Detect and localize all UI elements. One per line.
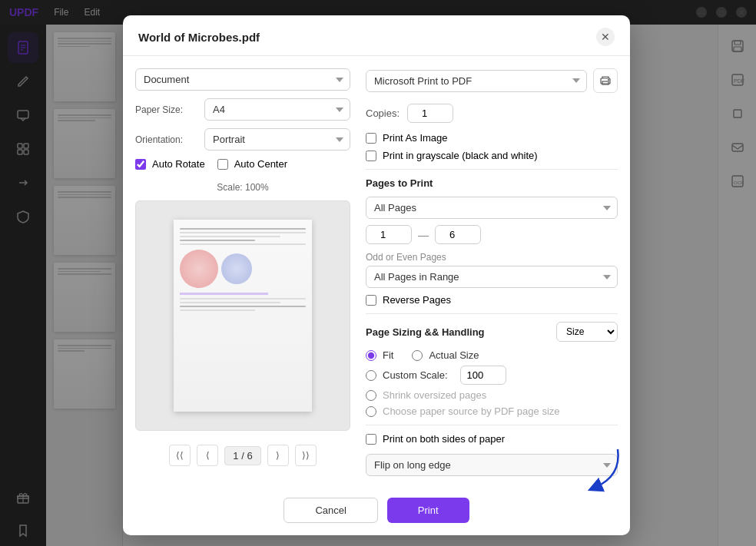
fit-radio[interactable] (366, 350, 376, 361)
page-range-dash: — (418, 229, 429, 241)
size-dropdown[interactable]: Size (556, 322, 618, 342)
custom-scale-label: Custom Scale: (383, 369, 448, 381)
actual-size-radio[interactable] (412, 350, 423, 361)
page-to-input[interactable] (435, 225, 481, 244)
auto-center-label: Auto Center (234, 158, 287, 170)
orientation-row: Orientation: Portrait (135, 128, 350, 151)
print-grayscale-label: Print in grayscale (black and white) (383, 150, 538, 161)
custom-scale-input[interactable] (460, 366, 506, 385)
divider-3 (366, 425, 618, 425)
copies-label: Copies: (366, 108, 400, 119)
orientation-label: Orientation: (135, 134, 197, 145)
auto-center-checkbox[interactable] (217, 159, 228, 170)
right-column: Microsoft Print to PDF Copies: Print As … (366, 68, 618, 476)
shrink-oversized-row: Shrink oversized pages (366, 389, 618, 401)
paper-size-label: Paper Size: (135, 104, 197, 115)
page-sizing-title: Page Sizing && Handling (366, 326, 485, 338)
print-both-sides-row: Print on both sides of paper (366, 433, 618, 445)
dialog-body: Document Paper Size: A4 Orientation: (123, 56, 630, 488)
preview-line-2 (180, 232, 306, 233)
document-type-select[interactable]: Document (135, 68, 350, 91)
page-navigation: ⟨⟨ ⟨ 1 / 6 ⟩ ⟩⟩ (135, 438, 350, 472)
left-column: Document Paper Size: A4 Orientation: (135, 68, 350, 476)
preview-area (135, 200, 350, 431)
auto-center-checkbox-row: Auto Center (217, 158, 287, 170)
document-type-row: Document (135, 68, 350, 91)
reverse-pages-row: Reverse Pages (366, 294, 618, 306)
first-page-button[interactable]: ⟨⟨ (169, 445, 191, 466)
all-pages-select[interactable]: All Pages (366, 197, 618, 219)
copies-row: Copies: (366, 104, 618, 123)
paper-size-row: Paper Size: A4 (135, 98, 350, 121)
preview-line-4 (180, 240, 255, 241)
orientation-wrapper: Portrait (204, 128, 350, 151)
divider-1 (366, 169, 618, 170)
paper-size-wrapper: A4 (204, 98, 350, 121)
page-from-input[interactable] (366, 225, 412, 244)
paper-size-select[interactable]: A4 (204, 98, 350, 121)
paper-source-radio[interactable] (366, 406, 376, 417)
print-grayscale-checkbox[interactable] (366, 151, 376, 161)
prev-page-button[interactable]: ⟨ (197, 445, 218, 466)
fit-radio-group: Fit Actual Size Custom Scale: Shrink ove… (366, 349, 618, 417)
fit-radio-row: Fit Actual Size (366, 349, 618, 361)
preview-line-1 (180, 228, 306, 230)
auto-rotate-checkbox[interactable] (135, 159, 146, 170)
preview-line-3 (180, 236, 280, 237)
printer-settings-button[interactable] (593, 68, 618, 93)
print-as-image-label: Print As Image (383, 132, 448, 144)
auto-rotate-checkbox-row: Auto Rotate (135, 158, 205, 170)
orientation-select[interactable]: Portrait (204, 128, 350, 151)
preview-line-7 (180, 302, 280, 303)
print-dialog: World of Microbes.pdf ✕ Document Paper S… (123, 15, 630, 535)
custom-scale-radio[interactable] (366, 370, 376, 381)
svg-point-22 (608, 79, 609, 81)
print-button[interactable]: Print (387, 498, 469, 523)
shrink-oversized-radio[interactable] (366, 390, 376, 401)
odd-even-label: Odd or Even Pages (366, 252, 618, 263)
page-range-row: — (366, 225, 618, 244)
print-grayscale-row: Print in grayscale (black and white) (366, 150, 618, 161)
preview-circle-2 (221, 253, 252, 284)
dialog-title: World of Microbes.pdf (138, 31, 260, 44)
page-sizing-header: Page Sizing && Handling Size (366, 322, 618, 342)
auto-options-row: Auto Rotate Auto Center (135, 158, 350, 176)
choose-paper-source-row: Choose paper source by PDF page size (366, 405, 618, 417)
preview-image-area (180, 250, 306, 288)
print-as-image-checkbox[interactable] (366, 133, 376, 144)
preview-content (174, 220, 312, 412)
reverse-pages-checkbox[interactable] (366, 295, 376, 306)
page-indicator: 1 / 6 (224, 446, 260, 465)
cancel-button[interactable]: Cancel (284, 498, 377, 523)
divider-2 (366, 313, 618, 314)
printer-row: Microsoft Print to PDF (366, 68, 618, 93)
dialog-header: World of Microbes.pdf ✕ (123, 15, 630, 56)
auto-rotate-label: Auto Rotate (152, 158, 205, 170)
shrink-oversized-label: Shrink oversized pages (383, 389, 486, 401)
flip-on-long-edge-select[interactable]: Flip on long edge Flip on short edge (366, 454, 618, 476)
svg-rect-21 (602, 81, 608, 84)
reverse-pages-label: Reverse Pages (383, 294, 451, 306)
paper-source-label: Choose paper source by PDF page size (383, 405, 560, 417)
print-as-image-row: Print As Image (366, 132, 618, 144)
dialog-close-button[interactable]: ✕ (596, 28, 615, 46)
odd-even-select[interactable]: All Pages in Range (366, 266, 618, 288)
preview-line-9 (180, 309, 255, 311)
last-page-button[interactable]: ⟩⟩ (295, 445, 317, 466)
preview-line-8 (180, 306, 306, 307)
fit-label: Fit (383, 349, 393, 361)
flip-dropdown-wrapper: Flip on long edge Flip on short edge (366, 451, 618, 476)
pages-to-print-title: Pages to Print (366, 177, 618, 189)
scale-label: Scale: 100% (135, 182, 350, 193)
next-page-button[interactable]: ⟩ (267, 445, 289, 466)
print-both-sides-label: Print on both sides of paper (383, 433, 505, 445)
custom-scale-row: Custom Scale: (366, 366, 618, 385)
print-both-sides-checkbox[interactable] (366, 434, 376, 445)
preview-line-5 (180, 243, 306, 245)
printer-icon (599, 74, 612, 87)
preview-line-6 (180, 298, 306, 299)
copies-input[interactable] (407, 104, 453, 123)
preview-circle-1 (180, 250, 218, 288)
printer-select[interactable]: Microsoft Print to PDF (366, 70, 587, 92)
preview-accent-line (180, 293, 268, 295)
